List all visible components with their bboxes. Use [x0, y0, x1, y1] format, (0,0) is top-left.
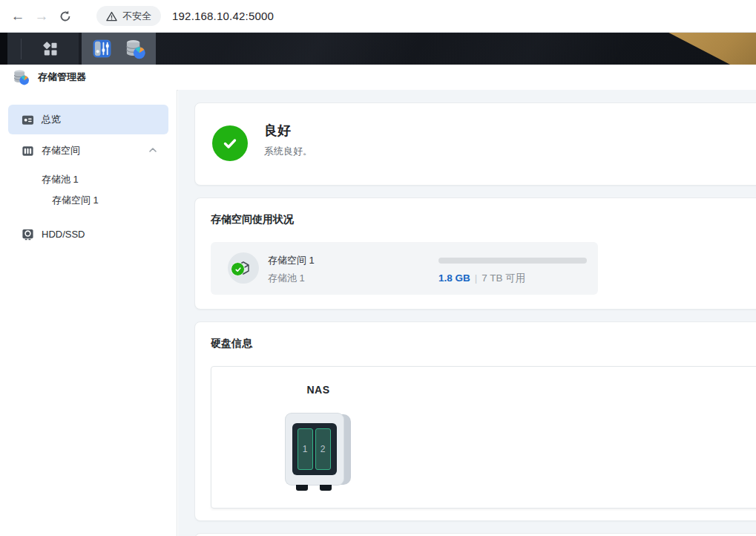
reload-icon [59, 10, 72, 23]
drive-bay-1[interactable]: 1 [298, 428, 313, 470]
nas-foot [320, 485, 332, 491]
sidebar: 总览 存储空间 存储池 1 存储空间 1 [0, 90, 177, 536]
health-ok-icon [212, 125, 248, 161]
nas-foot [296, 485, 308, 491]
storage-manager-icon [125, 39, 146, 59]
chevron-up-icon[interactable] [148, 146, 157, 154]
warning-icon [106, 11, 117, 22]
volume-usage-text: 1.8 GB|7 TB 可用 [438, 272, 525, 285]
nas-device[interactable]: NAS 1 2 [266, 367, 370, 494]
volume-name: 存储空间 1 [268, 254, 315, 267]
security-chip[interactable]: 不安全 [96, 6, 161, 26]
storage-manager-window: 存储管理器 总览 存储空间 [0, 65, 756, 536]
sidebar-item-label: 存储空间 1 [52, 194, 99, 207]
taskbar-edge [0, 33, 7, 65]
main-menu-button[interactable] [22, 33, 79, 65]
browser-back-button[interactable]: ← [6, 4, 30, 28]
system-health-card: 良好 系统良好。 [194, 102, 756, 186]
disks-section-title: 硬盘信息 [211, 337, 252, 350]
control-panel-icon [92, 39, 112, 59]
nas-bay-panel: 1 2 [292, 423, 337, 475]
storage-pool-icon [22, 145, 34, 157]
disk-info-card: 硬盘信息 NAS 1 2 [194, 321, 756, 521]
usage-section-title: 存储空间使用状况 [211, 213, 756, 226]
security-chip-label: 不安全 [122, 10, 151, 23]
sidebar-item-label: 存储空间 [42, 144, 80, 157]
desktop-taskbar-strip [0, 33, 756, 65]
sidebar-item-hdd-ssd[interactable]: HDD/SSD [8, 219, 168, 249]
volume-pool-name: 存储池 1 [268, 272, 305, 285]
usage-divider: | [475, 272, 478, 284]
nas-device-graphic: 1 2 [285, 413, 352, 494]
volume-usage-bar [438, 258, 587, 264]
overview-pane: 良好 系统良好。 存储空间使用状况 [178, 90, 756, 536]
sidebar-item-storage[interactable]: 存储空间 [8, 136, 168, 166]
sidebar-item-label: 总览 [42, 113, 61, 126]
taskbar [7, 33, 79, 65]
sidebar-item-label: HDD/SSD [42, 229, 85, 240]
main-menu-icon [42, 40, 59, 58]
storage-manager-app-button[interactable] [125, 39, 146, 59]
disk-device-panel: NAS 1 2 [211, 366, 756, 509]
volume-usage-row[interactable]: 存储空间 1 存储池 1 1.8 GB|7 TB 可用 [211, 242, 598, 295]
sidebar-item-pool1[interactable]: 存储池 1 [0, 170, 177, 189]
control-panel-app-button[interactable] [92, 39, 112, 59]
next-card-partial [194, 533, 756, 536]
browser-toolbar: ← → 不安全 192.168.10.42:5000 [0, 0, 756, 33]
address-bar-url[interactable]: 192.168.10.42:5000 [172, 10, 274, 22]
window-titlebar: 存储管理器 [0, 65, 756, 91]
volume-healthy-badge-icon [231, 262, 245, 276]
sidebar-item-volume1[interactable]: 存储空间 1 [0, 191, 177, 210]
sidebar-item-label: 存储池 1 [42, 173, 79, 186]
sidebar-item-overview[interactable]: 总览 [8, 105, 168, 134]
overview-icon [22, 114, 34, 126]
nas-device-name: NAS [266, 384, 370, 396]
drive-bay-2[interactable]: 2 [315, 428, 331, 470]
browser-forward-button[interactable]: → [30, 4, 53, 28]
browser-reload-button[interactable] [53, 4, 77, 28]
volume-used-value: 1.8 GB [438, 272, 470, 284]
storage-manager-title-icon [13, 69, 30, 85]
screen: ← → 不安全 192.168.10.42:5000 [0, 0, 756, 536]
window-title: 存储管理器 [38, 71, 86, 84]
volume-available-value: 7 TB 可用 [481, 272, 525, 284]
taskbar-open-apps [82, 33, 156, 65]
hdd-icon [22, 228, 34, 241]
health-description: 系统良好。 [264, 145, 312, 158]
health-status-text: 良好 [264, 122, 312, 140]
volume-usage-card: 存储空间使用状况 存储空间 1 存储池 1 [194, 197, 756, 310]
